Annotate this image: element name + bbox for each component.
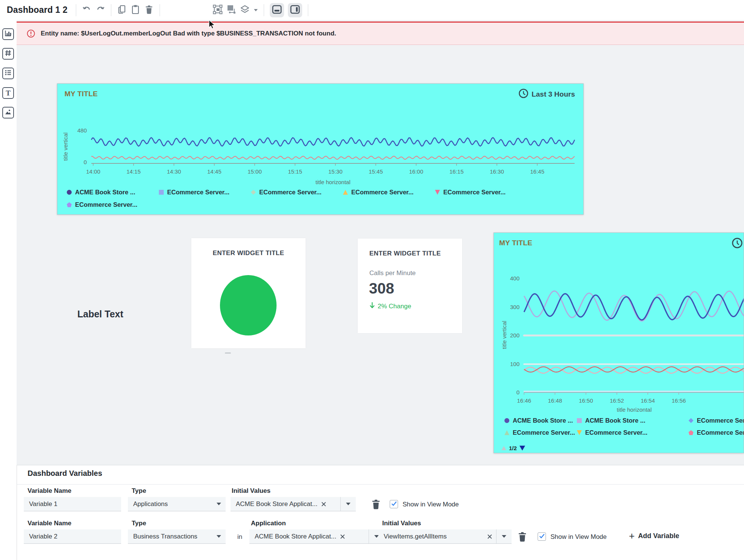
timeseries-widget-left[interactable]: MY TITLE Last 3 Hours title vertical 480…	[57, 83, 584, 215]
legend-item[interactable]: ACME Book Store ...	[504, 417, 577, 424]
initial-values-label: Initial Values	[382, 520, 421, 527]
alert-icon	[26, 29, 35, 38]
hash-icon	[5, 49, 12, 58]
legend-item[interactable]: ECommerce Server...	[67, 201, 159, 208]
redo-button[interactable]	[95, 5, 106, 16]
caret-down-icon	[254, 9, 258, 11]
circle-marker-icon	[504, 418, 509, 423]
x-tick-label: 16:52	[610, 397, 624, 404]
show-in-view-mode-label: Show in View Mode	[550, 533, 607, 541]
delete-button[interactable]	[143, 5, 155, 16]
layers-dropdown-button[interactable]	[253, 5, 259, 16]
add-list-widget-button[interactable]	[2, 68, 14, 79]
variable-name-input[interactable]	[24, 529, 121, 544]
add-chart-widget-button[interactable]	[2, 28, 14, 40]
legend-item[interactable]: ECommerce Server...	[159, 189, 251, 196]
delete-variable-button[interactable]	[517, 531, 527, 544]
x-tick-label: 16:46	[517, 397, 531, 404]
legend-item[interactable]: ECommerce Server...	[689, 429, 744, 436]
x-tick-label: 14:15	[126, 168, 141, 175]
add-text-widget-button[interactable]: T	[2, 87, 14, 99]
close-icon[interactable]	[321, 502, 326, 507]
type-select[interactable]: Business Transactions	[128, 529, 226, 544]
legend-item[interactable]: ACME Book Store ...	[67, 189, 159, 196]
layers-icon	[240, 4, 250, 16]
ungroup-button[interactable]	[226, 5, 237, 16]
legend-label: ECommerce Server...	[167, 189, 229, 196]
add-variable-button[interactable]: + Add Variable	[629, 531, 679, 541]
redo-icon	[95, 5, 105, 16]
add-metric-widget-button[interactable]	[2, 48, 14, 60]
widget-title: ENTER WIDGET TITLE	[369, 250, 441, 257]
triangle-marker-icon	[343, 190, 348, 195]
chip-value: ACME Book Store Applicat...	[255, 533, 336, 540]
type-select[interactable]: Applications	[128, 497, 226, 511]
bottom-panel-icon	[272, 5, 282, 15]
trash-icon	[144, 5, 154, 16]
legend-item[interactable]: ACME Book Store ...	[577, 417, 689, 424]
close-icon[interactable]	[340, 534, 345, 539]
add-image-widget-button[interactable]	[2, 107, 14, 118]
variable-name-label: Variable Name	[28, 487, 71, 495]
legend-item[interactable]: ECommerce Server...	[504, 429, 577, 436]
add-variable-label: Add Variable	[638, 532, 679, 540]
right-panel-toggle[interactable]	[288, 3, 302, 17]
x-tick-label: 14:30	[167, 168, 181, 175]
dashboard-variables-panel: Dashboard Variables Variable Name Type A…	[17, 465, 744, 560]
bottom-panel-toggle[interactable]	[270, 3, 284, 17]
panel-heading: Dashboard Variables	[28, 469, 102, 478]
show-in-view-mode-checkbox[interactable]	[538, 532, 546, 541]
pentagon-marker-icon	[689, 430, 693, 435]
copy-button[interactable]	[116, 5, 128, 16]
paste-button[interactable]	[130, 5, 141, 16]
type-label: Type	[132, 487, 146, 495]
undo-button[interactable]	[81, 5, 92, 16]
variable-name-input[interactable]	[24, 497, 121, 511]
error-message: Entity name: $UserLogOut.memberLogOut Ba…	[41, 30, 336, 37]
clock-icon[interactable]	[732, 237, 743, 250]
legend-item[interactable]: ECommerce Server...	[251, 189, 343, 196]
timeseries-widget-right[interactable]: MY TITLE title vertical 400300200100016:…	[493, 232, 744, 453]
bar-chart-icon	[5, 30, 12, 38]
metric-label: Calls per Minute	[369, 269, 416, 277]
toolbar-separator	[308, 4, 308, 16]
resize-handle[interactable]	[225, 352, 231, 354]
group-button[interactable]	[212, 5, 223, 16]
x-tick-label: 16:54	[641, 397, 655, 404]
x-tick-label: 16:45	[530, 168, 544, 175]
label-widget[interactable]: Label Text	[77, 309, 123, 320]
metric-widget[interactable]: ENTER WIDGET TITLE Calls per Minute 308 …	[358, 238, 462, 333]
x-tick-label: 15:30	[328, 168, 343, 175]
dashboard-editor: { "toolbar": { "title": "Dashboard 1 2" …	[0, 0, 744, 560]
application-field[interactable]: ACME Book Store Applicat...	[249, 529, 384, 544]
shape-widget[interactable]: ENTER WIDGET TITLE	[191, 238, 306, 348]
legend-label: ECommerce Server...	[443, 189, 506, 196]
page-down-icon[interactable]	[520, 446, 525, 451]
chip-value: ViewItems.getAllItems	[384, 533, 483, 540]
legend-item[interactable]: ECommerce Server...	[689, 417, 744, 424]
initial-values-field[interactable]: ACME Book Store Applicat...	[231, 497, 356, 511]
time-range-label: Last 3 Hours	[532, 90, 575, 98]
initial-values-dropdown[interactable]	[497, 529, 512, 543]
show-in-view-mode-checkbox[interactable]	[390, 500, 398, 508]
plus-icon: +	[629, 531, 635, 541]
legend-item[interactable]: ECommerce Server...	[343, 189, 435, 196]
caret-down-icon	[502, 535, 506, 538]
layers-button[interactable]	[239, 5, 251, 16]
legend-item[interactable]: ECommerce Server...	[577, 429, 689, 436]
x-tick-label: 15:15	[288, 168, 302, 175]
delete-variable-button[interactable]	[371, 498, 381, 511]
legend-item[interactable]: ECommerce Server...	[435, 189, 527, 196]
type-select-value: Business Transactions	[133, 533, 217, 540]
initial-values-field[interactable]: ViewItems.getAllItems	[378, 529, 512, 544]
time-range-selector[interactable]: Last 3 Hours	[518, 88, 575, 100]
close-icon[interactable]	[487, 534, 492, 539]
page-up-icon[interactable]	[501, 446, 506, 450]
legend-pagination: 1/2	[501, 445, 525, 451]
clock-icon	[518, 88, 529, 100]
initial-values-dropdown[interactable]	[341, 497, 356, 511]
widget-palette	[0, 20, 17, 560]
legend-label: ECommerce Server...	[351, 189, 414, 196]
legend-label: ECommerce Server...	[585, 429, 647, 436]
in-label: in	[237, 533, 242, 541]
